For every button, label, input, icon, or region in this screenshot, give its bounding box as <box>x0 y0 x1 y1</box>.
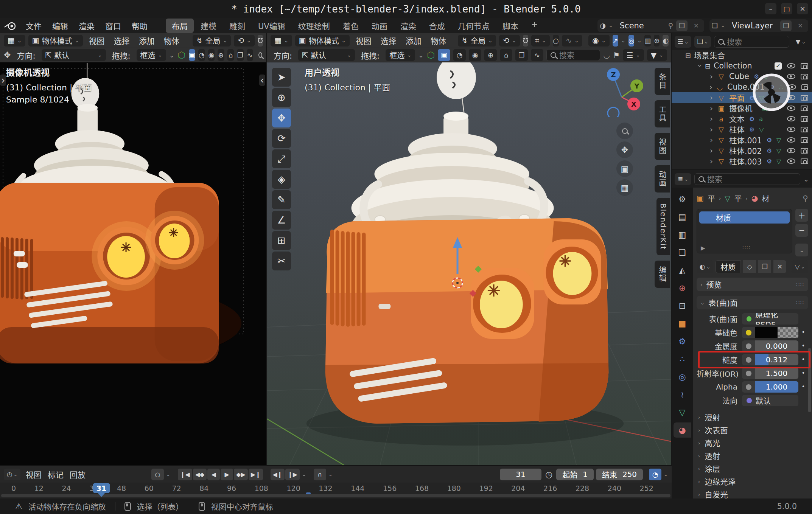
toggle-world-icon[interactable]: ⊕ <box>218 49 224 61</box>
keyframe-dot[interactable]: • <box>798 343 808 349</box>
expand-chevron-icon[interactable]: ⌄ <box>169 51 175 59</box>
menu-object[interactable]: 物体 <box>161 35 183 46</box>
breadcrumb-object[interactable]: 平 <box>708 193 715 204</box>
帮助[interactable]: 帮助 <box>126 19 153 32</box>
expand-chevron-icon[interactable]: ⌄ <box>418 51 424 59</box>
expand-arrow-icon[interactable]: › <box>706 125 716 134</box>
next-keyframe-button[interactable]: ◆▶ <box>234 469 248 480</box>
add-slot-button[interactable]: ＋ <box>795 209 808 222</box>
disable-render-icon[interactable] <box>801 137 808 143</box>
+[interactable]: + <box>525 19 544 33</box>
tab-output[interactable] <box>674 227 691 242</box>
disable-render-icon[interactable] <box>801 95 808 101</box>
outliner-row[interactable]: › 柱体 <box>672 124 812 135</box>
ior-slider[interactable]: 1.500 <box>755 368 798 379</box>
properties-scrollbar[interactable] <box>808 348 811 412</box>
stopwatch-icon[interactable] <box>545 470 552 479</box>
basecolor-swatch[interactable] <box>755 327 798 338</box>
expand-arrow-icon[interactable]: › <box>706 82 716 92</box>
涂层[interactable]: ›涂层 <box>697 462 808 475</box>
object-name[interactable]: 柱体.002 <box>729 145 762 156</box>
frame-end-field[interactable]: 结束250 <box>596 469 643 480</box>
tab-material[interactable] <box>674 422 691 438</box>
tab-physics[interactable] <box>674 369 691 384</box>
material-preview-icon[interactable] <box>427 50 435 61</box>
remove-viewlayer-button[interactable]: ✕ <box>795 20 806 31</box>
next-frame-button[interactable]: ❙▶ <box>285 469 300 480</box>
着色[interactable]: 着色 <box>337 19 365 33</box>
hide-eye-icon[interactable] <box>788 84 796 90</box>
axis-gizmo[interactable]: Z Y X <box>602 68 647 117</box>
mode-selector[interactable]: 物体模式⌄ <box>295 35 350 47</box>
toggle-solid-icon[interactable]: ◔ <box>198 49 205 61</box>
material-name-field[interactable]: 材质 <box>716 260 741 273</box>
toggle-solid-icon[interactable]: ◔ <box>453 49 466 61</box>
preview-panel-header[interactable]: ›预览∷∷ <box>697 278 808 291</box>
outliner-row[interactable]: › 平面 <box>672 92 812 103</box>
collapse-arrow-icon[interactable]: › <box>695 61 705 71</box>
窗口[interactable]: 窗口 <box>100 19 126 32</box>
hide-eye-icon[interactable] <box>787 106 795 111</box>
filter-button[interactable]: ⌄ <box>792 36 809 48</box>
tab-particles[interactable] <box>674 351 691 366</box>
auto-key-record-button[interactable]: ○ <box>151 469 164 480</box>
toggle-pages-icon[interactable]: ❐ <box>237 49 244 61</box>
keying-sync-toggle[interactable]: ◔ <box>649 469 661 480</box>
editor-type-button[interactable]: ⌄ <box>4 469 20 480</box>
keyframe-dot[interactable]: • <box>798 370 808 377</box>
direction-dropdown[interactable]: 默认⌄ <box>42 49 106 61</box>
direction-dropdown[interactable]: 默认⌄ <box>298 49 355 61</box>
collection-checkbox[interactable]: ✓ <box>775 62 782 70</box>
viewport-solid[interactable]: ⌄ 物体模式⌄ 视图 选择 添加 物体 全局⌄ ⌄ ⌄ ○ ⌄ ⌄ ↗⌄ ◎⌄ … <box>267 33 672 465</box>
边缘光泽[interactable]: ›边缘光泽 <box>697 475 808 488</box>
toggle-curve-icon[interactable]: ∿ <box>247 49 254 61</box>
viewport-search-field[interactable]: 搜索 <box>546 49 600 61</box>
new-scene-button[interactable]: ❐ <box>676 20 688 31</box>
duplicate-material-button[interactable]: ❐ <box>758 260 771 273</box>
material-preview-icon[interactable] <box>178 50 186 61</box>
ortho-grid-button[interactable]: ▦ <box>616 179 633 196</box>
outliner-search-field[interactable]: 搜索 <box>714 36 789 48</box>
display-mode-button[interactable]: ⌄ <box>694 36 711 48</box>
disable-render-icon[interactable] <box>801 74 808 79</box>
transform-orientation[interactable]: 全局⌄ <box>193 35 231 47</box>
mode-selector[interactable]: 物体模式⌄ <box>28 35 83 47</box>
tool-measure[interactable] <box>272 211 291 230</box>
expand-arrow-icon[interactable]: › <box>706 157 716 166</box>
透射[interactable]: ›透射 <box>697 449 808 462</box>
toggle-curve-icon[interactable]: ∿ <box>531 49 543 61</box>
mesh-data-icon[interactable] <box>725 194 730 203</box>
条目[interactable]: 条目 <box>655 68 670 95</box>
tool-add-cube[interactable] <box>272 231 291 250</box>
toggle-world-icon[interactable]: ⊕ <box>484 49 497 61</box>
prev-keyframe-button[interactable]: ◀◆ <box>193 469 207 480</box>
高光[interactable]: ›高光 <box>697 436 808 449</box>
disable-render-icon[interactable] <box>801 84 808 90</box>
动画[interactable]: 动画 <box>366 19 394 33</box>
object-name[interactable]: 柱体 <box>729 124 745 135</box>
scene-selector[interactable]: ⌄ Scene ❐ ✕ <box>597 19 704 32</box>
keyframe-dot[interactable]: • <box>798 329 808 336</box>
漫射[interactable]: ›漫射 <box>697 411 808 424</box>
editor-type-button[interactable]: ⌄ <box>271 35 292 47</box>
menu-select[interactable]: 选择 <box>378 35 400 46</box>
编辑[interactable]: 编辑 <box>655 261 670 288</box>
material-icon[interactable] <box>751 194 758 203</box>
material-slot-selected[interactable]: 材质 <box>699 211 790 224</box>
keyframe-dot[interactable]: • <box>798 356 808 363</box>
object-icon[interactable] <box>697 194 704 203</box>
disable-render-icon[interactable] <box>801 127 808 132</box>
tool-transform[interactable] <box>272 170 291 189</box>
渲染[interactable]: 渲染 <box>394 19 422 33</box>
keyframe-dot[interactable]: • <box>798 384 808 390</box>
hide-eye-icon[interactable] <box>787 148 795 153</box>
disable-render-icon[interactable] <box>801 106 808 111</box>
viewlayer-selector[interactable]: ⌄ ViewLayer ❐ ✕ <box>709 19 808 32</box>
play-button[interactable]: ▶ <box>221 469 233 480</box>
BlenderKit[interactable]: BlenderKit <box>656 198 670 255</box>
object-name[interactable]: Cube <box>729 72 749 81</box>
tool-annotate[interactable] <box>272 190 291 209</box>
视图[interactable]: 视图 <box>23 469 45 480</box>
expand-arrow-icon[interactable]: › <box>706 104 716 113</box>
视图[interactable]: 视图 <box>655 133 670 160</box>
